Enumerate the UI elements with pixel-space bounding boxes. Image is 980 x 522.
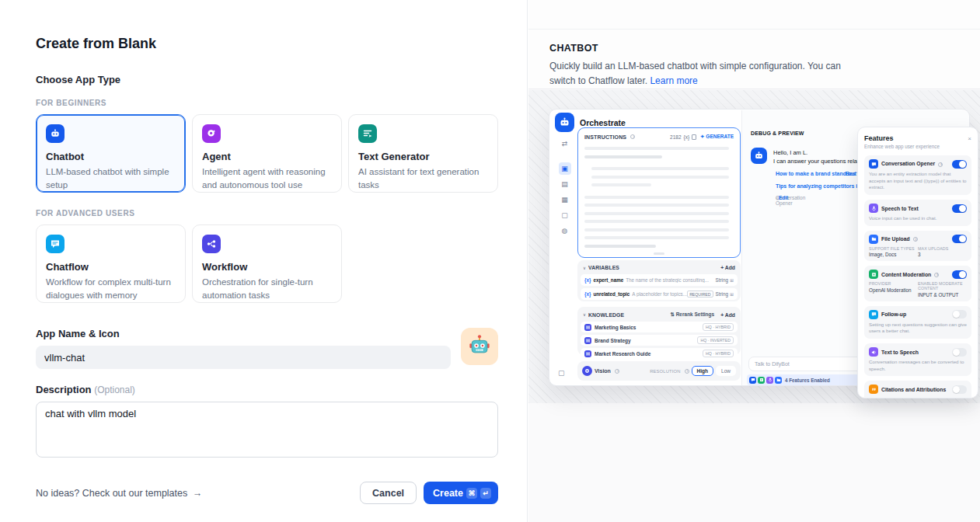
description-label-text: Description (36, 384, 92, 395)
dataset-badge: HQ · HYBRID (703, 350, 734, 357)
feature-toggle[interactable] (952, 310, 967, 318)
add-knowledge-button[interactable]: + Add (720, 312, 735, 318)
feature-field-value: Image, Docs (869, 252, 918, 257)
variable-settings-icon[interactable]: ⊞ (730, 291, 734, 297)
feature-toggle[interactable] (952, 235, 967, 243)
feature-citations: Citations and Attributions Show source d… (864, 381, 971, 398)
variable-insert-icon[interactable]: {x} (684, 134, 690, 140)
chevron-down-icon[interactable]: ∨ (583, 266, 586, 270)
generate-button[interactable]: ✦ GENERATE (700, 134, 734, 140)
info-icon (938, 162, 943, 167)
app-icon-picker[interactable] (461, 328, 498, 365)
variable-row[interactable]: {x} unrelated_topic A placeholder for to… (581, 288, 738, 300)
moderation-mini-icon (758, 377, 765, 384)
chevron-down-icon[interactable]: ∨ (583, 312, 586, 317)
image-nav-icon[interactable]: ▤ (559, 178, 571, 190)
dataset-badge: HQ · HYBRID (703, 323, 734, 331)
app-type-agent-card[interactable]: Agent Intelligent agent with reasoning a… (192, 114, 342, 193)
knowledge-row[interactable]: ▤ Market Research Guide HQ · HYBRID (581, 348, 738, 359)
feature-field-label: MAX UPLOADS (918, 246, 967, 251)
feature-description: Voice input can be used in chat. (869, 215, 967, 222)
suggested-question[interactable]: Bes (846, 171, 856, 176)
arrow-right-icon: → (193, 488, 203, 499)
globe-nav-icon[interactable]: ◍ (559, 224, 571, 237)
note-nav-icon[interactable]: ▢ (559, 209, 571, 221)
feature-description: Setting up next questions suggestion can… (869, 322, 967, 335)
cmd-key-icon: ⌘ (466, 488, 477, 499)
document-nav-icon[interactable]: ▦ (559, 193, 571, 206)
feature-name-text: File Upload (881, 236, 910, 242)
feature-toggle[interactable] (952, 348, 967, 357)
preview-app-icon (555, 113, 574, 132)
citations-icon (869, 385, 878, 394)
app-type-chatflow-card[interactable]: Chatflow Workflow for complex multi-turn… (36, 224, 186, 303)
app-type-workflow-card[interactable]: Workflow Orchestration for single-turn a… (192, 224, 342, 303)
card-desc: AI assistant for text generation tasks (358, 165, 488, 191)
feature-name-text: Conversation Opener (881, 161, 935, 166)
knowledge-panel: ∨ KNOWLEDGE ⇅ Rerank Settings + Add ▤ Ma… (577, 307, 741, 355)
create-button[interactable]: Create ⌘ ↵ (424, 482, 498, 504)
character-count: 2182 (670, 134, 681, 140)
knowledge-row[interactable]: ▤ Marketing Basics HQ · HYBRID (581, 322, 738, 332)
card-desc: Intelligent agent with reasoning and aut… (202, 165, 332, 191)
feature-name: File Upload (881, 236, 949, 242)
card-title: Agent (202, 151, 332, 162)
description-textarea[interactable]: chat with vllm model (36, 402, 498, 458)
app-name-section: App Name & Icon (36, 328, 498, 369)
workflow-icon (202, 235, 221, 253)
info-icon (913, 237, 918, 242)
cancel-button[interactable]: Cancel (360, 482, 417, 504)
debug-preview-title: DEBUG & PREVIEW (751, 130, 804, 136)
rerank-label: Rerank Settings (676, 311, 715, 317)
variables-panel: ∨ VARIABLES + Add {x} expert_name The na… (577, 260, 741, 301)
edit-opener-link[interactable]: Edit (779, 195, 788, 200)
resolution-low-button[interactable]: Low (716, 366, 736, 376)
card-title: Workflow (202, 261, 332, 273)
learn-more-link[interactable]: Learn more (650, 75, 697, 86)
conversation-opener-icon (869, 159, 878, 169)
add-variable-button[interactable]: + Add (720, 265, 735, 270)
feature-toggle[interactable] (952, 160, 967, 169)
features-title: Features (864, 134, 968, 142)
close-icon[interactable]: × (968, 135, 971, 142)
preview-page-title: Orchestrate (580, 118, 626, 127)
variable-settings-icon[interactable]: ⊞ (730, 277, 734, 283)
for-advanced-users-label: FOR ADVANCED USERS (36, 209, 527, 218)
swap-icon[interactable]: ⇄ (559, 137, 571, 150)
feature-toggle[interactable] (952, 204, 967, 213)
instructions-panel: INSTRUCTIONS 2182 {x} ✦ GENERATE (577, 127, 741, 258)
orchestrate-nav-icon[interactable]: ▣ (559, 162, 571, 175)
feature-name-text: Content Moderation (881, 272, 931, 277)
app-type-info-panel: CHATBOT Quickly build an LLM-based chatb… (528, 0, 980, 522)
beginner-app-types: Chatbot LLM-based chatbot with simple se… (36, 114, 498, 193)
dataset-icon: ▤ (584, 324, 591, 331)
resize-handle[interactable] (654, 252, 664, 255)
app-type-chatbot-card[interactable]: Chatbot LLM-based chatbot with simple se… (36, 114, 186, 193)
feature-field-label: SUPPORT FILE TYPES (869, 246, 918, 251)
feature-description: Show source document and attributed sect… (869, 396, 967, 398)
feature-toggle[interactable] (952, 270, 967, 279)
variable-row[interactable]: {x} expert_name The name of the strategi… (581, 274, 738, 286)
copy-icon[interactable] (692, 134, 696, 140)
bot-message-line: Hello, I am L. (773, 149, 807, 156)
description-label: Description (Optional) (36, 384, 527, 395)
feature-toggle[interactable] (952, 385, 967, 394)
instructions-title: INSTRUCTIONS (584, 134, 626, 140)
app-name-input[interactable] (36, 346, 451, 369)
templates-link[interactable]: No ideas? Check out our templates → (36, 488, 202, 499)
knowledge-row[interactable]: ▤ Brand Strategy HQ · INVERTED (581, 335, 738, 346)
chatbot-info-section: CHATBOT Quickly build an LLM-based chatb… (528, 30, 980, 89)
dataset-badge: HQ · INVERTED (697, 336, 734, 344)
feature-name: Text to Speech (881, 350, 949, 355)
dataset-name: Brand Strategy (595, 338, 697, 343)
app-type-text-generator-card[interactable]: Text Generator AI assistant for text gen… (348, 114, 498, 193)
text-generator-icon (358, 124, 377, 143)
rerank-settings-button[interactable]: ⇅ Rerank Settings (670, 311, 714, 318)
chatbot-icon (46, 124, 65, 143)
collapse-panel-icon[interactable]: ▢ (558, 369, 565, 377)
dataset-name: Market Research Guide (595, 351, 703, 357)
dataset-icon: ▤ (584, 337, 591, 344)
vision-icon (582, 366, 592, 376)
variable-name: unrelated_topic (593, 291, 630, 297)
resolution-high-button[interactable]: High (692, 366, 713, 376)
